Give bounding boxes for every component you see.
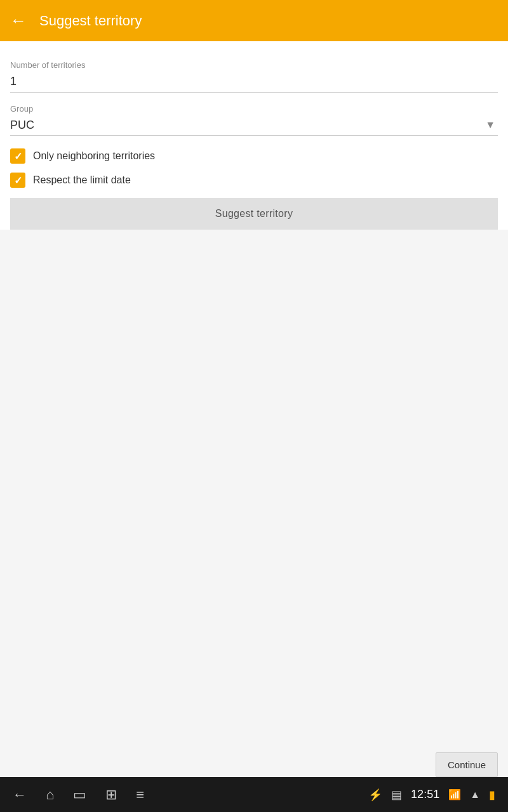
usb-icon: ⚡ — [368, 788, 382, 802]
nav-home-icon[interactable]: ⌂ — [46, 787, 54, 803]
nav-menu-icon[interactable]: ≡ — [136, 787, 144, 803]
territories-label: Number of territories — [10, 60, 498, 70]
nav-qr-icon[interactable]: ⊞ — [105, 787, 117, 803]
checkboxes-section: ✓ Only neighboring territories ✓ Respect… — [10, 148, 498, 198]
territories-field-section: Number of territories — [10, 60, 498, 93]
back-button[interactable]: ← — [10, 11, 27, 30]
sim-icon: ▤ — [391, 788, 402, 802]
group-select[interactable]: PUC Group A Group B — [10, 119, 498, 131]
main-content: Number of territories Group PUC Group A … — [0, 41, 508, 230]
only-neighboring-checkbox[interactable]: ✓ — [10, 148, 25, 164]
nav-recents-icon[interactable]: ▭ — [73, 787, 86, 803]
nav-bar: ← ⌂ ▭ ⊞ ≡ ⚡ ▤ 12:51 📶 ▲ ▮ — [0, 777, 508, 812]
nav-back-icon[interactable]: ← — [13, 787, 27, 803]
only-neighboring-checkmark: ✓ — [14, 150, 22, 162]
group-field-section: Group PUC Group A Group B ▼ — [10, 104, 498, 136]
respect-limit-row[interactable]: ✓ Respect the limit date — [10, 173, 498, 188]
signal-bars-icon: ▲ — [470, 789, 480, 801]
respect-limit-checkmark: ✓ — [14, 174, 22, 187]
battery-icon: ▮ — [489, 788, 495, 802]
continue-button[interactable]: Continue — [436, 752, 498, 777]
clock: 12:51 — [411, 788, 439, 801]
group-dropdown-wrapper: PUC Group A Group B ▼ — [10, 116, 498, 136]
app-bar: ← Suggest territory — [0, 0, 508, 41]
only-neighboring-row[interactable]: ✓ Only neighboring territories — [10, 148, 498, 164]
territories-input[interactable] — [10, 72, 498, 93]
app-title: Suggest territory — [39, 13, 142, 29]
suggest-territory-button[interactable]: Suggest territory — [10, 198, 498, 230]
group-label: Group — [10, 104, 498, 114]
respect-limit-label: Respect the limit date — [33, 174, 131, 186]
respect-limit-checkbox[interactable]: ✓ — [10, 173, 25, 188]
wifi-icon: 📶 — [448, 789, 461, 801]
only-neighboring-label: Only neighboring territories — [33, 150, 155, 162]
